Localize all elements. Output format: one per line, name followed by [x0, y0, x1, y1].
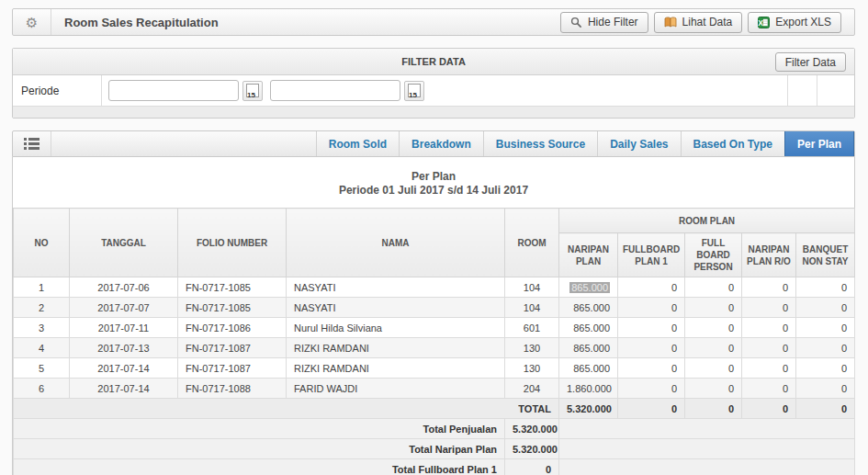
date-from-calendar-button[interactable]: 15 — [242, 81, 263, 101]
summary-value: 5.320.000 — [505, 419, 559, 439]
tab-room-sold[interactable]: Room Sold — [316, 131, 399, 156]
cell-room: 104 — [505, 298, 559, 318]
settings-menu-button[interactable]: ⚙ — [13, 9, 51, 35]
cell-banquet: 0 — [796, 298, 855, 318]
date-from-input[interactable] — [108, 80, 239, 101]
cell-fullboard: 0 — [618, 338, 685, 358]
filter-periode-row: Periode 15 15 — [13, 75, 854, 106]
cell-naripan-ro: 0 — [742, 358, 796, 379]
cell-tanggal: 2017-07-14 — [70, 379, 178, 399]
cell-room: 104 — [505, 277, 559, 298]
col-header-nama: NAMA — [287, 209, 505, 277]
cell-room: 130 — [505, 358, 559, 379]
list-icon — [24, 138, 39, 150]
cell-room: 601 — [505, 318, 559, 338]
date-to-calendar-button[interactable]: 15 — [404, 81, 424, 101]
filter-empty-cell — [788, 75, 817, 106]
cell-naripan: 865.000 — [559, 318, 618, 338]
export-xls-label: Export XLS — [775, 16, 831, 28]
summary-value: 5.320.000 — [505, 439, 559, 459]
tab-breakdown[interactable]: Breakdown — [399, 131, 483, 156]
cell-room: 130 — [505, 338, 559, 358]
cell-banquet: 0 — [796, 358, 855, 379]
summary-label: Total Fullboard Plan 1 — [14, 459, 505, 475]
periode-label: Periode — [13, 75, 102, 106]
lihat-data-button[interactable]: Lihat Data — [654, 12, 743, 33]
cell-folio: FN-0717-1087 — [178, 338, 287, 358]
summary-value: 0 — [505, 459, 559, 475]
report-heading: Per Plan Periode 01 Juli 2017 s/d 14 Jul… — [13, 157, 854, 208]
cell-fullboard: 0 — [618, 318, 685, 338]
cell-nama: FARID WAJDI — [287, 379, 505, 399]
cell-no: 5 — [14, 358, 70, 379]
cell-nama: RIZKI RAMDANI — [287, 358, 505, 379]
cell-no: 3 — [14, 318, 70, 338]
filter-panel: FILTER DATA Filter Data Periode 15 15 — [12, 48, 855, 119]
cell-fullboard: 0 — [618, 379, 685, 399]
date-to-input[interactable] — [270, 80, 400, 101]
total-label: TOTAL — [14, 399, 559, 419]
cell-room: 204 — [505, 379, 559, 399]
cell-person: 0 — [685, 277, 742, 298]
tab-daily-sales[interactable]: Daily Sales — [597, 131, 680, 156]
cell-naripan-ro: 0 — [742, 298, 796, 318]
cell-tanggal: 2017-07-11 — [70, 318, 178, 338]
total-banquet: 0 — [796, 399, 855, 419]
summary-empty-cell — [559, 439, 855, 459]
filter-empty-cell — [817, 75, 854, 106]
search-icon — [570, 17, 582, 28]
tab-based-on-type[interactable]: Based On Type — [681, 131, 784, 156]
cell-folio: FN-0717-1085 — [178, 298, 287, 318]
summary-row-total-penjualan: Total Penjualan 5.320.000 — [14, 419, 855, 439]
hide-filter-label: Hide Filter — [588, 16, 638, 28]
hide-filter-button[interactable]: Hide Filter — [560, 12, 648, 33]
cell-no: 2 — [14, 298, 70, 318]
col-header-banquet-non-stay: BANQUET NON STAY — [796, 233, 855, 277]
col-header-folio: FOLIO NUMBER — [178, 209, 287, 277]
cell-naripan: 1.860.000 — [559, 379, 618, 399]
cell-folio: FN-0717-1087 — [178, 358, 287, 379]
col-group-room-plan: ROOM PLAN — [559, 209, 855, 233]
col-header-tanggal: TANGGAL — [70, 209, 178, 277]
calendar-day-label: 15 — [409, 91, 417, 99]
report-subtitle: Periode 01 Juli 2017 s/d 14 Juli 2017 — [13, 184, 854, 198]
tab-per-plan[interactable]: Per Plan — [784, 131, 854, 156]
cell-fullboard: 0 — [618, 277, 685, 298]
selected-value: 865.000 — [569, 282, 610, 293]
tab-business-source[interactable]: Business Source — [483, 131, 597, 156]
filter-header: FILTER DATA Filter Data — [13, 49, 854, 75]
table-row: 1 2017-07-06 FN-0717-1085 NASYATI 104 86… — [14, 277, 855, 298]
calendar-day-label: 15 — [247, 91, 255, 99]
cell-tanggal: 2017-07-07 — [70, 298, 178, 318]
summary-empty-cell — [559, 419, 855, 439]
report-title: Per Plan — [13, 170, 854, 184]
cell-nama: Nurul Hilda Silviana — [287, 318, 505, 338]
total-row: TOTAL 5.320.000 0 0 0 0 — [14, 399, 855, 419]
filter-data-button[interactable]: Filter Data — [775, 52, 846, 72]
cell-person: 0 — [685, 318, 742, 338]
cell-folio: FN-0717-1088 — [178, 379, 287, 399]
cell-nama: RIZKI RAMDANI — [287, 338, 505, 358]
total-naripan: 5.320.000 — [559, 399, 618, 419]
cell-fullboard: 0 — [618, 298, 685, 318]
svg-text:X: X — [759, 17, 764, 27]
col-header-fullboard-plan-1: FULLBOARD PLAN 1 — [618, 233, 685, 277]
table-row: 3 2017-07-11 FN-0717-1086 Nurul Hilda Si… — [14, 318, 855, 338]
list-menu-button[interactable] — [13, 131, 51, 156]
cell-no: 1 — [14, 277, 70, 298]
cell-nama: NASYATI — [287, 277, 505, 298]
col-header-full-board-person: FULL BOARD PERSON — [685, 233, 742, 277]
periode-inputs: 15 15 — [102, 75, 788, 106]
col-header-naripan-plan: NARIPAN PLAN — [559, 233, 618, 277]
table-row: 4 2017-07-13 FN-0717-1087 RIZKI RAMDANI … — [14, 338, 855, 358]
cell-naripan-ro: 0 — [742, 379, 796, 399]
cell-banquet: 0 — [796, 338, 855, 358]
col-header-naripan-plan-ro: NARIPAN PLAN R/O — [742, 233, 796, 277]
export-xls-button[interactable]: X Export XLS — [748, 12, 841, 33]
per-plan-table: NO TANGGAL FOLIO NUMBER NAMA ROOM ROOM P… — [13, 208, 855, 475]
cell-nama: NASYATI — [287, 298, 505, 318]
report-content: Per Plan Periode 01 Juli 2017 s/d 14 Jul… — [12, 157, 855, 475]
total-naripan-ro: 0 — [742, 399, 796, 419]
col-header-no: NO — [14, 209, 70, 277]
cell-folio: FN-0717-1085 — [178, 277, 287, 298]
